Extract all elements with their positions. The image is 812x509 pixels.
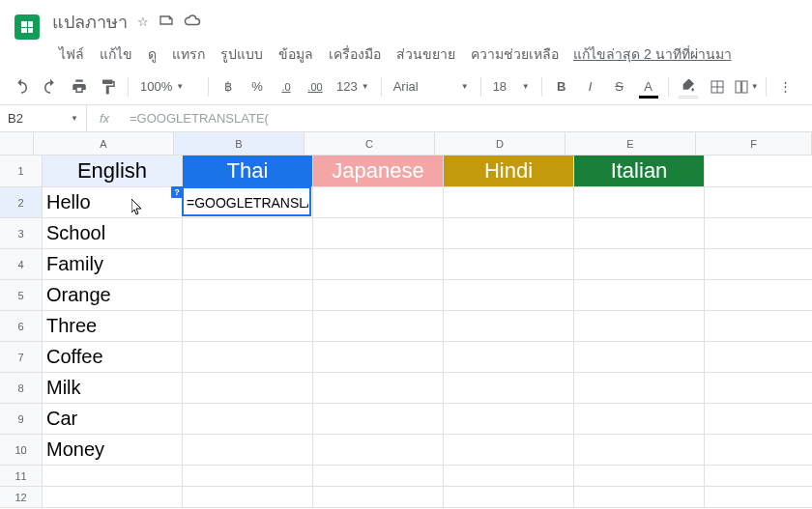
more-formats-dropdown[interactable]: 123▼: [331, 79, 375, 94]
cell-E3[interactable]: [574, 218, 705, 249]
cell-D7[interactable]: [444, 342, 574, 373]
cell-B12[interactable]: [183, 487, 313, 508]
cell-B6[interactable]: [183, 311, 313, 342]
cell-A1[interactable]: English: [43, 156, 183, 187]
row-header-1[interactable]: 1: [0, 156, 43, 187]
menu-format[interactable]: รูปแบบ: [214, 40, 270, 69]
print-button[interactable]: [66, 73, 93, 100]
currency-button[interactable]: ฿: [215, 73, 242, 100]
cloud-status-icon[interactable]: [184, 12, 201, 32]
row-header-10[interactable]: 10: [0, 435, 43, 466]
row-header-9[interactable]: 9: [0, 404, 43, 435]
cell-C5[interactable]: [313, 280, 444, 311]
cell-F3[interactable]: [705, 218, 812, 249]
font-dropdown[interactable]: Arial▼: [388, 79, 475, 94]
cell-E7[interactable]: [574, 342, 705, 373]
cell-C7[interactable]: [313, 342, 444, 373]
cell-E12[interactable]: [574, 487, 705, 508]
document-title[interactable]: แปลภาษา: [52, 8, 128, 36]
cell-F8[interactable]: [705, 373, 812, 404]
fill-color-button[interactable]: [675, 73, 702, 100]
menu-extensions[interactable]: ส่วนขยาย: [390, 40, 462, 69]
cell-A7[interactable]: Coffee: [43, 342, 183, 373]
cell-E9[interactable]: [574, 404, 705, 435]
bold-button[interactable]: B: [548, 73, 575, 100]
menu-data[interactable]: ข้อมูล: [272, 40, 320, 69]
menu-help[interactable]: ความช่วยเหลือ: [464, 40, 566, 69]
col-header-F[interactable]: F: [696, 132, 812, 156]
cell-F9[interactable]: [705, 404, 812, 435]
cell-C9[interactable]: [313, 404, 444, 435]
name-box[interactable]: B2▼: [0, 105, 87, 131]
cell-B11[interactable]: [183, 466, 313, 487]
zoom-dropdown[interactable]: 100%▼: [134, 79, 202, 94]
cell-D5[interactable]: [444, 280, 574, 311]
menu-view[interactable]: ดู: [141, 40, 163, 69]
text-color-button[interactable]: A: [635, 73, 662, 100]
cell-A8[interactable]: Milk: [43, 373, 183, 404]
cell-D10[interactable]: [444, 435, 574, 466]
undo-button[interactable]: [8, 73, 35, 100]
cell-D8[interactable]: [444, 373, 574, 404]
col-header-E[interactable]: E: [566, 132, 696, 156]
cell-E1[interactable]: Italian: [574, 156, 705, 187]
cell-E10[interactable]: [574, 435, 705, 466]
cell-E2[interactable]: [574, 187, 705, 218]
cell-C4[interactable]: [313, 249, 444, 280]
cell-F10[interactable]: [705, 435, 812, 466]
cell-C12[interactable]: [313, 487, 444, 508]
font-size-dropdown[interactable]: 18▼: [487, 79, 536, 94]
italic-button[interactable]: I: [577, 73, 604, 100]
cell-F1[interactable]: [705, 156, 812, 187]
menu-edit[interactable]: แก้ไข: [93, 40, 139, 69]
cell-D4[interactable]: [444, 249, 574, 280]
formula-help-badge[interactable]: ?: [171, 186, 183, 198]
cell-B3[interactable]: [183, 218, 313, 249]
cell-C8[interactable]: [313, 373, 444, 404]
col-header-D[interactable]: D: [435, 132, 566, 156]
col-header-A[interactable]: A: [34, 132, 174, 156]
cell-B5[interactable]: [183, 280, 313, 311]
cell-F7[interactable]: [705, 342, 812, 373]
redo-button[interactable]: [37, 73, 64, 100]
cell-editor[interactable]: [187, 195, 308, 211]
cell-A4[interactable]: Family: [43, 249, 183, 280]
cell-C11[interactable]: [313, 466, 444, 487]
strikethrough-button[interactable]: S: [606, 73, 633, 100]
row-header-4[interactable]: 4: [0, 249, 43, 280]
select-all-corner[interactable]: [0, 132, 34, 156]
cell-E5[interactable]: [574, 280, 705, 311]
cell-D9[interactable]: [444, 404, 574, 435]
cell-E4[interactable]: [574, 249, 705, 280]
cell-F6[interactable]: [705, 311, 812, 342]
row-header-2[interactable]: 2: [0, 187, 43, 218]
sheets-logo[interactable]: [8, 8, 46, 46]
menu-tools[interactable]: เครื่องมือ: [322, 40, 388, 69]
row-header-7[interactable]: 7: [0, 342, 43, 373]
star-icon[interactable]: ☆: [137, 14, 149, 29]
cell-E11[interactable]: [574, 466, 705, 487]
cell-B7[interactable]: [183, 342, 313, 373]
row-header-8[interactable]: 8: [0, 373, 43, 404]
cell-D2[interactable]: [444, 187, 574, 218]
cell-C3[interactable]: [313, 218, 444, 249]
cell-B9[interactable]: [183, 404, 313, 435]
cell-C1[interactable]: Japanese: [313, 156, 444, 187]
col-header-C[interactable]: C: [304, 132, 435, 156]
percent-button[interactable]: %: [244, 73, 271, 100]
cell-A10[interactable]: Money: [43, 435, 183, 466]
cell-A6[interactable]: Three: [43, 311, 183, 342]
cell-C2[interactable]: [313, 187, 444, 218]
cell-A9[interactable]: Car: [43, 404, 183, 435]
move-icon[interactable]: [159, 13, 174, 31]
row-header-11[interactable]: 11: [0, 466, 43, 487]
cell-B10[interactable]: [183, 435, 313, 466]
cell-A11[interactable]: [43, 466, 183, 487]
cell-B1[interactable]: Thai: [183, 156, 313, 187]
cell-C10[interactable]: [313, 435, 444, 466]
merge-cells-button[interactable]: ▼: [733, 73, 760, 100]
cell-B2[interactable]: [183, 187, 313, 218]
cell-D3[interactable]: [444, 218, 574, 249]
cell-F11[interactable]: [705, 466, 812, 487]
cell-A12[interactable]: [43, 487, 183, 508]
